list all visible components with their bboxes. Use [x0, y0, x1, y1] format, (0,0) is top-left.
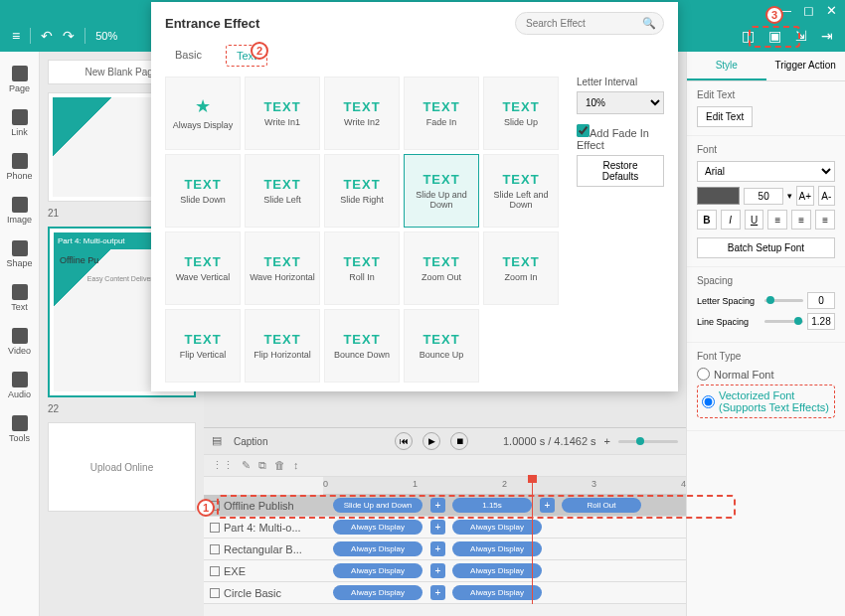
underline-button[interactable]: U	[745, 210, 764, 230]
leftbar-audio[interactable]: Audio	[0, 366, 39, 405]
letter-spacing-value[interactable]	[807, 292, 835, 309]
timeline-clip[interactable]: Always Display	[333, 563, 422, 578]
effect-fade-in[interactable]: TEXTFade In	[404, 77, 479, 150]
edit-text-button[interactable]: Edit Text	[697, 106, 753, 127]
effect-bounce-down[interactable]: TEXTBounce Down	[324, 309, 400, 383]
effect-zoom-in[interactable]: TEXTZoom In	[483, 231, 559, 305]
align-right-button[interactable]: ≡	[815, 210, 835, 230]
add-clip-button[interactable]: +	[430, 520, 445, 535]
add-clip-button[interactable]: +	[430, 541, 445, 556]
prev-button[interactable]: ⏮	[395, 432, 413, 450]
timeline-clip[interactable]: Always Display	[452, 563, 542, 578]
font-family-select[interactable]: Arial	[697, 161, 835, 182]
play-button[interactable]: ▶	[422, 432, 440, 450]
timeline-tool-icon[interactable]: ⋮⋮	[212, 459, 234, 472]
timeline-clip[interactable]: Always Display	[333, 541, 422, 556]
tab-trigger-action[interactable]: Trigger Action	[766, 52, 846, 80]
maximize-button[interactable]: ◻	[803, 3, 814, 18]
font-increase-button[interactable]: A+	[796, 186, 813, 206]
undo-button[interactable]: ↶	[41, 28, 53, 44]
effect-slide-up-and-down[interactable]: TEXTSlide Up and Down	[404, 154, 479, 228]
add-clip-button[interactable]: +	[540, 498, 555, 513]
close-button[interactable]: ✕	[826, 3, 837, 18]
leftbar-image[interactable]: Image	[0, 191, 39, 231]
add-clip-button[interactable]: +	[430, 498, 445, 513]
leftbar-phone[interactable]: Phone	[0, 147, 39, 187]
timeline-clip[interactable]: Always Display	[333, 520, 422, 535]
leftbar-link[interactable]: Link	[0, 103, 39, 143]
save-icon[interactable]: ▣	[768, 28, 781, 44]
timeline-clip[interactable]: Always Display	[452, 541, 542, 556]
leftbar-text[interactable]: Text	[0, 278, 39, 318]
timeline-clip[interactable]: Slide Up and Down	[333, 498, 422, 513]
ruler-tick: 3	[592, 479, 596, 489]
timeline-clip[interactable]: Always Display	[452, 585, 542, 600]
line-spacing-slider[interactable]	[764, 320, 803, 323]
layout-icon[interactable]: ◫	[742, 28, 755, 44]
add-fade-in-checkbox[interactable]: Add Fade In Effect	[577, 124, 664, 151]
menu-icon[interactable]: ≡	[12, 28, 20, 44]
effect-slide-up[interactable]: TEXTSlide Up	[483, 77, 559, 150]
effect-zoom-out[interactable]: TEXTZoom Out	[404, 231, 479, 305]
bold-button[interactable]: B	[697, 210, 717, 230]
effect-roll-in[interactable]: TEXTRoll In	[324, 231, 400, 305]
timeline-tool-icon[interactable]: ⧉	[258, 459, 266, 472]
effect-slide-left[interactable]: TEXTSlide Left	[245, 154, 320, 228]
font-color-swatch[interactable]	[697, 187, 740, 205]
redo-button[interactable]: ↷	[63, 28, 75, 44]
restore-defaults-button[interactable]: Restore Defaults	[577, 155, 664, 187]
effect-slide-right[interactable]: TEXTSlide Right	[324, 154, 400, 228]
font-decrease-button[interactable]: A-	[818, 186, 835, 206]
zoom-plus-icon[interactable]: +	[604, 435, 610, 447]
effect-flip-horizontal[interactable]: TEXTFlip Horizontal	[245, 309, 320, 383]
leftbar-shape[interactable]: Shape	[0, 234, 39, 274]
leftbar-video[interactable]: Video	[0, 322, 39, 362]
timeline-track[interactable]: Part 4: Multi-o...Always DisplayAlways D…	[204, 517, 686, 539]
timeline-track[interactable]: Rectangular B...Always DisplayAlways Dis…	[204, 539, 686, 560]
effect-slide-down[interactable]: TEXTSlide Down	[165, 154, 241, 228]
tab-style[interactable]: Style	[687, 52, 766, 80]
zoom-level[interactable]: 50%	[95, 30, 117, 42]
font-size-input[interactable]	[744, 188, 783, 205]
timeline-track[interactable]: Circle BasicAlways DisplayAlways Display…	[204, 582, 686, 604]
normal-font-radio[interactable]: Normal Font	[697, 368, 835, 381]
tab-basic[interactable]: Basic	[165, 45, 212, 67]
add-clip-button[interactable]: +	[430, 563, 445, 578]
timeline-zoom-slider[interactable]	[618, 440, 678, 443]
add-clip-button[interactable]: +	[430, 585, 445, 600]
effect-write-in1[interactable]: TEXTWrite In1	[245, 77, 320, 150]
export-icon[interactable]: ⇲	[795, 28, 807, 44]
playhead[interactable]	[532, 477, 533, 604]
leftbar-tools[interactable]: Tools	[0, 409, 39, 449]
vectorized-font-radio[interactable]: Vectorized Font (Supports Text Effects)	[697, 385, 835, 418]
timeline-track[interactable]: EXEAlways DisplayAlways Display+	[204, 560, 686, 582]
timeline-clip[interactable]: Roll Out	[562, 498, 641, 513]
timeline-clip[interactable]: Always Display	[452, 520, 542, 535]
effect-wave-horizontal[interactable]: TEXTWave Horizontal	[245, 231, 320, 305]
effect-write-in2[interactable]: TEXTWrite In2	[324, 77, 400, 150]
letter-interval-select[interactable]: 10%	[577, 91, 664, 114]
effect-wave-vertical[interactable]: TEXTWave Vertical	[165, 231, 241, 305]
align-center-button[interactable]: ≡	[791, 210, 811, 230]
timeline-tool-icon[interactable]: ↕	[293, 459, 299, 472]
letter-spacing-slider[interactable]	[764, 299, 803, 302]
align-left-button[interactable]: ≡	[767, 210, 787, 230]
timeline-tool-icon[interactable]: 🗑	[274, 459, 285, 472]
effect-flip-vertical[interactable]: TEXTFlip Vertical	[165, 309, 241, 383]
timeline-clip[interactable]: Always Display	[333, 585, 422, 600]
effect-slide-left-and-down[interactable]: TEXTSlide Left and Down	[483, 154, 559, 228]
effect-always-display[interactable]: ★Always Display	[165, 77, 241, 150]
stop-button[interactable]: ⏹	[450, 432, 468, 450]
italic-button[interactable]: I	[721, 210, 741, 230]
text-effect-icon: TEXT	[263, 332, 300, 347]
timeline-clip[interactable]: 1.15s	[452, 498, 532, 513]
effect-bounce-up[interactable]: TEXTBounce Up	[404, 309, 479, 383]
leftbar-page[interactable]: Page	[0, 60, 39, 99]
section-heading: Font	[697, 144, 835, 155]
exit-icon[interactable]: ⇥	[821, 28, 833, 44]
page-thumb-23[interactable]: Upload Online	[48, 422, 196, 512]
batch-setup-font-button[interactable]: Batch Setup Font	[697, 237, 835, 258]
timeline-track[interactable]: Offline PublishSlide Up and Down1.15sRol…	[204, 495, 686, 517]
line-spacing-value[interactable]	[807, 313, 835, 330]
timeline-tool-icon[interactable]: ✎	[242, 459, 251, 472]
